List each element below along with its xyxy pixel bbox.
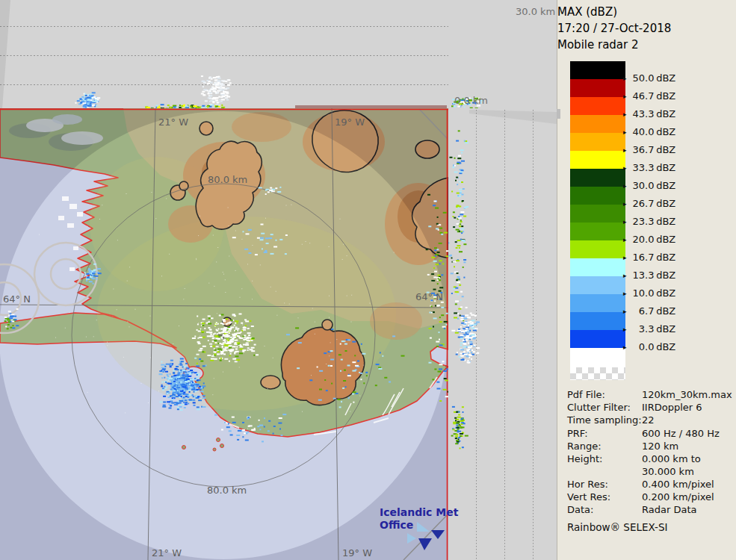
dbz-band-36.7	[570, 133, 625, 151]
dbz-tick-46.7: ▸46.7 dBZ	[623, 90, 675, 102]
meta-label: Height:	[567, 453, 602, 464]
scan-cone-edge-top	[0, 0, 10, 108]
dbz-band-46.7	[570, 79, 625, 97]
dbz-band-20.0	[570, 223, 625, 240]
dbz-tick-26.7: ▸26.7 dBZ	[623, 198, 675, 209]
dbz-band-26.7	[570, 187, 625, 205]
lon-label-19w-top: 19° W	[335, 116, 365, 128]
meta-label: Pdf File:	[567, 389, 605, 400]
meta-value: Radar Data	[642, 504, 696, 515]
radar-name: Mobile radar 2	[557, 38, 736, 52]
meta-value: IIRDoppler 6	[642, 402, 702, 413]
dbz-tick-16.7: ▸16.7 dBZ	[623, 252, 675, 263]
scan-cone-edge-right	[469, 110, 557, 124]
dbz-tick-3.3: ▸3.3 dBZ	[623, 323, 675, 335]
dbz-tick-50.0: ▸50.0 dBZ	[623, 72, 675, 84]
product-title: MAX (dBZ)	[557, 5, 736, 19]
dbz-band-6.7	[570, 294, 625, 312]
meta-label: Time sampling:	[567, 414, 642, 426]
meta-label: Range:	[567, 441, 602, 452]
dbz-band-3.3	[570, 312, 625, 330]
dbz-tick-20.0: ▸20.0 dBZ	[623, 234, 675, 245]
meta-value: 0.400 km/pixel	[642, 479, 714, 490]
software-brand: Rainbow® SELEX-SI	[567, 521, 667, 533]
dbz-band-23.3	[570, 205, 625, 223]
dbz-band-0.0	[570, 330, 625, 348]
dbz-band-43.3	[570, 97, 625, 115]
info-sidebar: MAX (dBZ) 17:20 / 27-Oct-2018 Mobile rad…	[557, 0, 736, 560]
height-gridlines-right	[477, 110, 534, 560]
dbz-band-40.0	[570, 115, 625, 133]
dbz-tick-36.7: ▸36.7 dBZ	[623, 144, 675, 155]
meta-label: Hor Res:	[567, 479, 608, 490]
meta-label: PRF:	[567, 428, 588, 439]
logo-line2: Office	[380, 519, 458, 532]
lon-label-19w-bottom: 19° W	[342, 547, 372, 559]
meta-value: 30.000 km	[642, 466, 694, 477]
logo-line1: Icelandic Met	[380, 506, 458, 519]
lon-label-21w-top: 21° W	[158, 116, 188, 128]
dbz-tick-43.3: ▸43.3 dBZ	[623, 108, 675, 119]
meta-value: 22	[642, 414, 655, 426]
lat-label-64n-left: 64° N	[3, 293, 31, 305]
radar-application-window: 21° W 19° W 21° W 19° W 64° N 64° N 80.0…	[0, 0, 736, 560]
meta-label: Data:	[567, 504, 593, 515]
dbz-tick-0.0: ▸0.0 dBZ	[623, 341, 675, 352]
dbz-tick-30.0: ▸30.0 dBZ	[623, 180, 675, 191]
radar-echoes-right-panel	[448, 130, 480, 449]
dbz-tick-23.3: ▸23.3 dBZ	[623, 216, 675, 227]
meta-label: Vert Res:	[567, 491, 610, 503]
scan-datetime: 17:20 / 27-Oct-2018	[557, 22, 736, 35]
height-label-0km: 0.0 km	[454, 95, 488, 106]
dbz-band-16.7	[570, 240, 625, 258]
height-label-30km: 30.0 km	[516, 6, 555, 17]
lat-label-64n-right: 64° N	[415, 291, 443, 302]
dbz-color-scale	[570, 61, 625, 348]
meta-value: 0.200 km/pixel	[642, 491, 714, 503]
dbz-scale-transparent	[570, 367, 625, 380]
meta-value: 0.000 km to	[642, 453, 701, 464]
dbz-tick-33.3: ▸33.3 dBZ	[623, 162, 675, 173]
dbz-band-10.0	[570, 276, 625, 294]
dbz-scale-below-min	[570, 348, 625, 367]
panel-divider-notch	[557, 109, 560, 119]
dbz-band-50.0	[570, 61, 625, 79]
dbz-tick-6.7: ▸6.7 dBZ	[623, 305, 675, 317]
dbz-band-13.3	[570, 258, 625, 276]
meta-label: Clutter Filter:	[567, 402, 631, 413]
dbz-tick-10.0: ▸10.0 dBZ	[623, 287, 675, 299]
ring-label-80km-top: 80.0 km	[208, 174, 247, 185]
height-gridlines-top	[0, 27, 448, 85]
lon-label-21w-bottom: 21° W	[152, 547, 182, 559]
ring-label-80km-bottom: 80.0 km	[207, 485, 247, 496]
meta-value: 120km_30km.max	[642, 389, 732, 400]
dbz-band-33.3	[570, 151, 625, 169]
met-office-logo-text: Icelandic Met Office	[380, 506, 458, 532]
dbz-tick-40.0: ▸40.0 dBZ	[623, 126, 675, 137]
meta-value: 120 km	[642, 441, 678, 452]
meta-value: 600 Hz / 480 Hz	[642, 428, 720, 439]
dbz-band-30.0	[570, 169, 625, 187]
dbz-tick-13.3: ▸13.3 dBZ	[623, 270, 675, 281]
